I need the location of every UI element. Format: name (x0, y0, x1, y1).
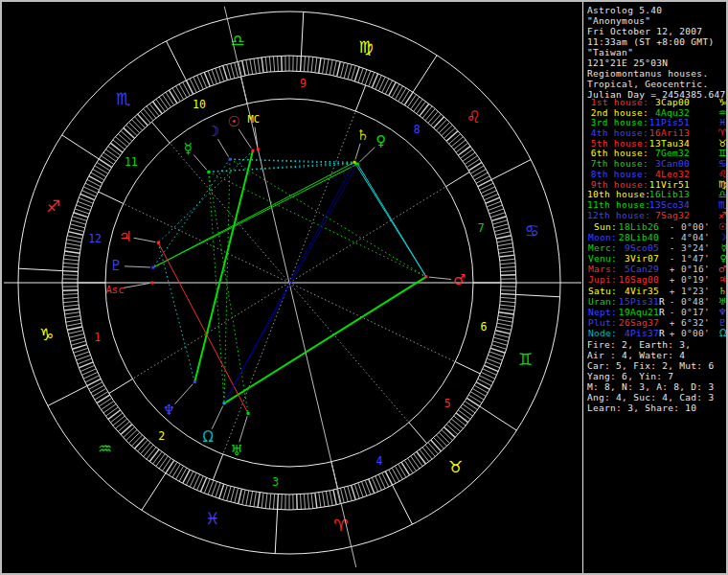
header-line: 121°21E 25°03N (587, 58, 728, 68)
sign-glyph-pisces: ♓ (205, 509, 219, 528)
planet-velocity: - 1°47' (666, 253, 710, 264)
zodiac-sign-icon: ♐ (718, 211, 727, 221)
planet-icon: ☽ (718, 232, 727, 242)
stats-line: Fire: 2, Earth: 3, (587, 339, 714, 350)
planet-row: Plut:26Sag37+ 6°32'♇ (587, 317, 727, 328)
planet-table: Sun:18Lib26- 0°00'☉Moon:28Lib40- 4°04'☽M… (587, 221, 727, 338)
planet-position-value: 15Pis31 (617, 296, 659, 307)
planet-velocity: - 4°04' (666, 232, 710, 242)
house-label: 8th house: (587, 170, 648, 180)
retrograde-flag (659, 274, 666, 285)
saturn-dot (353, 161, 356, 164)
neptune-dot (193, 380, 196, 383)
house-row: 11th house:13Sco34♏ (587, 200, 727, 211)
planet-velocity: + 1°23' (666, 286, 710, 296)
sign-glyph-sagittarius: ♐ (46, 196, 60, 216)
retrograde-flag (659, 253, 666, 264)
header-line: 11:33am (ST +8:00 GMT) (587, 36, 728, 47)
zodiac-sign-icon: ♌ (718, 170, 727, 180)
sun-dot (251, 150, 254, 152)
stats-line: Car: 5, Fix: 2, Mut: 6 (587, 360, 714, 371)
planet-glyph-mercury: ☿ (184, 140, 193, 157)
retrograde-flag (659, 242, 666, 253)
planet-glyph-node: Ω (203, 428, 214, 446)
house-number-2: 2 (158, 429, 165, 443)
house-number-5: 5 (444, 397, 451, 410)
retrograde-flag (659, 317, 666, 328)
stats-line: M: 8, N: 3, A: 8, D: 3 (587, 381, 714, 392)
house-row: 8th house:4Leo32♌ (587, 170, 727, 180)
retrograde-flag: R (659, 307, 666, 317)
planet-icon: ♂ (718, 264, 727, 274)
house-cusp-value: 13Sco34 (648, 200, 690, 211)
house-cusp-table: 1st house:3Cap00♑2nd house:4Aqu32♒3rd ho… (587, 98, 727, 220)
info-panel: Astrolog 5.40"Anonymous"Fri October 12, … (585, 2, 726, 573)
mc-dot (257, 148, 260, 150)
asc-dot (151, 282, 154, 285)
planet-velocity: + 6°32' (666, 317, 710, 328)
planet-label: Sun: (587, 221, 617, 232)
planet-row: Uran:15Pis31R- 0°48'♅ (587, 296, 727, 307)
house-row: 12th house:7Sag32♐ (587, 211, 727, 221)
planet-velocity: + 0°19' (666, 274, 710, 285)
planet-position-value: 18Lib26 (617, 221, 659, 232)
element-stats: Fire: 2, Earth: 3,Air : 4, Water: 4Car: … (587, 339, 714, 413)
sign-glyph-capricorn: ♑ (39, 325, 54, 344)
planet-icon: ♄ (718, 286, 727, 296)
planet-label: Mars: (587, 264, 617, 274)
planet-row: Venu:3Vir07- 1°47'♀ (587, 253, 727, 264)
planet-glyph-jupiter: ♃ (119, 228, 131, 245)
house-number-8: 8 (414, 123, 421, 136)
venus-dot (356, 163, 359, 166)
planet-icon: ♃ (718, 274, 727, 285)
planet-icon: ☉ (718, 221, 727, 232)
retrograde-flag (659, 232, 666, 242)
planet-row: Node:4Pis37R+ 0°00'Ω (587, 328, 727, 338)
angle-label-mc: MC (247, 113, 260, 125)
mercury-dot (207, 171, 210, 173)
sign-glyph-virgo: ♍ (358, 37, 373, 57)
moon-dot (229, 158, 232, 161)
planet-velocity: - 0°48' (666, 296, 710, 307)
planet-glyph-moon: ☽ (207, 123, 219, 140)
house-number-6: 6 (480, 320, 487, 334)
planet-glyph-neptune: ♆ (163, 402, 175, 419)
planet-row: Sun:18Lib26- 0°00'☉ (587, 221, 727, 232)
house-label: 11th house: (587, 200, 648, 211)
house-cusp-value: 4Leo32 (648, 170, 690, 180)
retrograde-flag (659, 286, 666, 296)
header-line: Regiomontanus houses. (587, 68, 728, 79)
house-number-4: 4 (376, 454, 383, 468)
planet-position-value: 3Vir07 (617, 253, 659, 264)
planet-glyph-pluto: ♇ (109, 257, 122, 274)
planet-velocity: + 0°00' (666, 328, 710, 338)
planet-label: Satu: (587, 286, 617, 296)
planet-position-value: 5Can29 (617, 264, 659, 274)
planet-glyph-uranus: ♅ (230, 442, 242, 459)
sign-glyph-cancer: ♋ (525, 221, 539, 241)
header-line: "Taiwan" (587, 47, 728, 58)
header-line: "Anonymous" (587, 15, 728, 26)
house-number-9: 9 (300, 77, 307, 90)
retrograde-flag (659, 264, 666, 274)
planet-icon: ♇ (718, 317, 727, 328)
house-number-12: 12 (88, 232, 102, 245)
planet-row: Jupi:16Sag00+ 0°19'♃ (587, 274, 727, 285)
chart-axes (4, 7, 581, 567)
house-number-11: 11 (125, 155, 138, 169)
angle-label-asc: Asc (106, 284, 125, 295)
planet-icon: ☿ (721, 242, 727, 253)
planet-position-value: 4Pis37 (617, 328, 659, 338)
stats-line: Ang: 4, Suc: 4, Cad: 3 (587, 392, 714, 402)
planet-label: Nept: (587, 307, 617, 317)
planet-icon: ♀ (719, 253, 727, 264)
retrograde-flag: R (659, 296, 666, 307)
planet-position-value: 16Sag00 (617, 274, 659, 285)
planet-icon: ♆ (718, 307, 727, 317)
house-number-3: 3 (272, 475, 279, 489)
planet-glyph-venus: ♀ (375, 132, 386, 150)
planet-position-value: 9Sco05 (617, 242, 659, 253)
sign-glyph-leo: ♌ (466, 107, 481, 126)
planet-label: Plut: (587, 317, 617, 328)
house-cusp-value: 7Sag32 (648, 211, 690, 221)
